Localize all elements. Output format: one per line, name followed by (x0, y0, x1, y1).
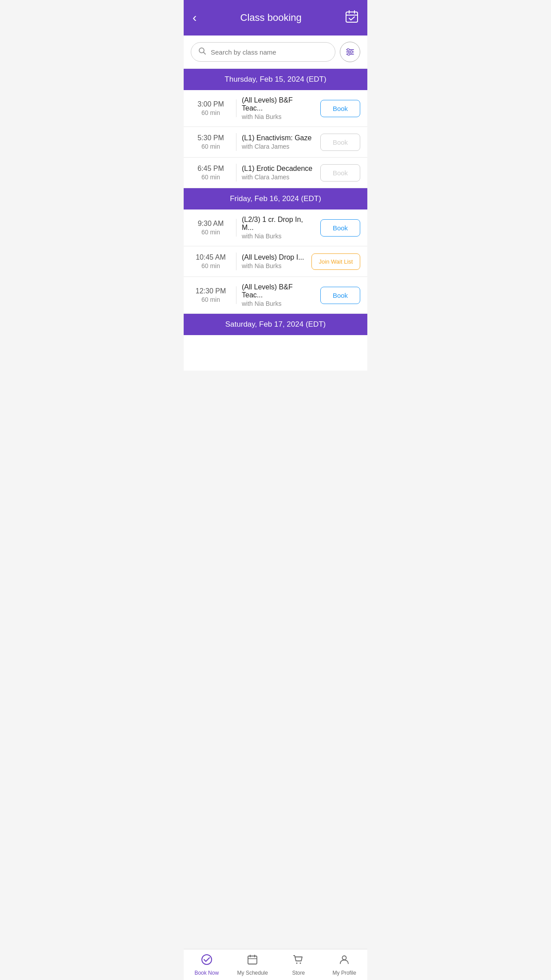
time-divider (236, 99, 236, 117)
class-row: 9:30 AM 60 min (L2/3) 1 cr. Drop In, M..… (184, 209, 367, 246)
class-time-main: 12:30 PM (191, 287, 231, 295)
page-title: Class booking (240, 12, 302, 24)
class-instructor: with Nia Burks (242, 233, 315, 240)
content-area: Thursday, Feb 15, 2024 (EDT) 3:00 PM 60 … (184, 69, 367, 371)
time-divider (236, 164, 236, 182)
class-instructor: with Nia Burks (242, 262, 306, 269)
class-row: 6:45 PM 60 min (L1) Erotic Decadence wit… (184, 158, 367, 188)
class-info: (All Levels) Drop I... with Nia Burks (242, 253, 306, 269)
class-book-button: Book (320, 164, 360, 182)
search-input[interactable] (211, 48, 328, 56)
class-name: (All Levels) B&F Teac... (242, 96, 315, 112)
class-time: 6:45 PM 60 min (191, 165, 231, 181)
time-divider (236, 253, 236, 270)
class-time-main: 10:45 AM (191, 253, 231, 261)
header: ‹ Class booking (184, 0, 367, 36)
search-area (184, 36, 367, 69)
class-time-duration: 60 min (191, 109, 231, 116)
time-divider (236, 133, 236, 151)
class-time-duration: 60 min (191, 143, 231, 150)
class-time-duration: 60 min (191, 229, 231, 236)
class-instructor: with Nia Burks (242, 300, 315, 307)
class-time: 9:30 AM 60 min (191, 220, 231, 236)
svg-line-5 (204, 52, 206, 55)
class-name: (All Levels) Drop I... (242, 253, 306, 261)
class-time-duration: 60 min (191, 174, 231, 181)
class-name: (L1) Enactivism: Gaze (242, 134, 315, 142)
class-info: (L2/3) 1 cr. Drop In, M... with Nia Burk… (242, 216, 315, 240)
class-book-button[interactable]: Book (320, 219, 360, 237)
svg-rect-0 (346, 12, 358, 22)
filter-button[interactable] (340, 42, 360, 62)
class-time-main: 3:00 PM (191, 100, 231, 108)
svg-point-9 (347, 49, 350, 51)
class-time: 12:30 PM 60 min (191, 287, 231, 303)
class-name: (L2/3) 1 cr. Drop In, M... (242, 216, 315, 232)
back-button[interactable]: ‹ (193, 11, 197, 25)
class-time-duration: 60 min (191, 296, 231, 303)
class-time: 5:30 PM 60 min (191, 134, 231, 150)
day-header-0: Thursday, Feb 15, 2024 (EDT) (184, 69, 367, 90)
day-header-1: Friday, Feb 16, 2024 (EDT) (184, 188, 367, 209)
svg-point-10 (350, 51, 353, 53)
class-time-main: 6:45 PM (191, 165, 231, 173)
class-time-main: 9:30 AM (191, 220, 231, 228)
class-instructor: with Nia Burks (242, 113, 315, 120)
search-icon (198, 47, 206, 57)
svg-point-11 (348, 53, 350, 55)
class-name: (All Levels) B&F Teac... (242, 283, 315, 299)
class-row: 5:30 PM 60 min (L1) Enactivism: Gaze wit… (184, 127, 367, 158)
class-book-button[interactable]: Join Wait List (311, 253, 360, 270)
class-info: (All Levels) B&F Teac... with Nia Burks (242, 283, 315, 307)
class-info: (All Levels) B&F Teac... with Nia Burks (242, 96, 315, 120)
class-book-button[interactable]: Book (320, 100, 360, 117)
search-input-wrapper[interactable] (191, 42, 335, 62)
class-info: (L1) Enactivism: Gaze with Clara James (242, 134, 315, 150)
class-time: 10:45 AM 60 min (191, 253, 231, 269)
class-book-button: Book (320, 134, 360, 151)
class-row: 10:45 AM 60 min (All Levels) Drop I... w… (184, 246, 367, 277)
class-time-duration: 60 min (191, 262, 231, 269)
class-name: (L1) Erotic Decadence (242, 165, 315, 173)
day-header-2: Saturday, Feb 17, 2024 (EDT) (184, 314, 367, 335)
calendar-check-icon[interactable] (345, 10, 358, 26)
class-instructor: with Clara James (242, 174, 315, 181)
class-time-main: 5:30 PM (191, 134, 231, 142)
class-row: 3:00 PM 60 min (All Levels) B&F Teac... … (184, 90, 367, 127)
class-row: 12:30 PM 60 min (All Levels) B&F Teac...… (184, 277, 367, 314)
class-info: (L1) Erotic Decadence with Clara James (242, 165, 315, 181)
time-divider (236, 219, 236, 237)
class-time: 3:00 PM 60 min (191, 100, 231, 116)
class-instructor: with Clara James (242, 143, 315, 150)
time-divider (236, 286, 236, 304)
class-book-button[interactable]: Book (320, 287, 360, 304)
